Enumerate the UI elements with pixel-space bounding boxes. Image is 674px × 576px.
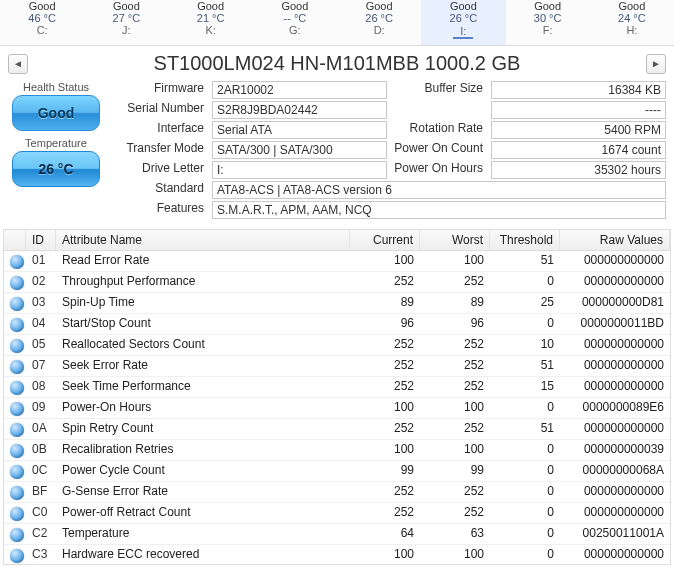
smart-row[interactable]: 07Seek Error Rate25225251000000000000 [4,356,670,377]
drive-item-F[interactable]: Good30 °CF: [506,0,590,45]
smart-id: 04 [26,314,56,334]
drive-letter: F: [508,24,588,36]
smart-threshold: 51 [490,356,560,376]
smart-threshold: 0 [490,524,560,544]
field-value: 16384 KB [491,81,666,99]
smart-row[interactable]: 08Seek Time Performance25225215000000000… [4,377,670,398]
col-worst[interactable]: Worst [420,230,490,250]
col-current[interactable]: Current [350,230,420,250]
smart-attribute-name: Seek Time Performance [56,377,350,397]
status-orb-icon [4,545,26,565]
drive-item-H[interactable]: Good24 °CH: [590,0,674,45]
drive-letter: C: [2,24,82,36]
smart-attribute-name: Power Cycle Count [56,461,350,481]
smart-current: 252 [350,356,420,376]
smart-row[interactable]: 05Reallocated Sectors Count2522521000000… [4,335,670,356]
drive-status: Good [86,0,166,12]
smart-raw: 0000000011BD [560,314,670,334]
drive-status: Good [592,0,672,12]
col-id[interactable]: ID [26,230,56,250]
drive-item-K[interactable]: Good21 °CK: [169,0,253,45]
drive-letter: H: [592,24,672,36]
smart-header: ID Attribute Name Current Worst Threshol… [4,230,670,251]
health-badge[interactable]: Good [12,95,100,131]
smart-worst: 252 [420,377,490,397]
field-label: Transfer Mode [112,141,208,159]
smart-id: 0A [26,419,56,439]
col-name[interactable]: Attribute Name [56,230,350,250]
smart-id: 05 [26,335,56,355]
drive-item-D[interactable]: Good26 °CD: [337,0,421,45]
drive-item-C[interactable]: Good46 °CC: [0,0,84,45]
drive-item-J[interactable]: Good27 °CJ: [84,0,168,45]
smart-row[interactable]: 01Read Error Rate10010051000000000000 [4,251,670,272]
smart-id: C2 [26,524,56,544]
smart-worst: 252 [420,272,490,292]
col-raw[interactable]: Raw Values [560,230,670,250]
smart-current: 100 [350,440,420,460]
drive-title: ST1000LM024 HN-M101MBB 1000.2 GB [28,52,646,75]
prev-drive-button[interactable]: ◄ [8,54,28,74]
smart-row[interactable]: C3Hardware ECC recovered1001000000000000… [4,545,670,565]
smart-row[interactable]: BFG-Sense Error Rate2522520000000000000 [4,482,670,503]
field-value: S2R8J9BDA02442 [212,101,387,119]
smart-worst: 63 [420,524,490,544]
status-orb-icon [4,503,26,523]
drive-status: Good [508,0,588,12]
drive-temp: 26 °C [423,12,503,24]
smart-row[interactable]: 0BRecalibration Retries10010000000000000… [4,440,670,461]
smart-current: 100 [350,398,420,418]
temperature-value: 26 °C [38,161,73,177]
smart-row[interactable]: 09Power-On Hours10010000000000089E6 [4,398,670,419]
smart-current: 252 [350,335,420,355]
field-value: 2AR10002 [212,81,387,99]
smart-threshold: 10 [490,335,560,355]
smart-current: 252 [350,482,420,502]
smart-threshold: 0 [490,440,560,460]
smart-raw: 000000000000 [560,377,670,397]
smart-current: 252 [350,503,420,523]
smart-attribute-name: Seek Error Rate [56,356,350,376]
smart-row[interactable]: 0CPower Cycle Count9999000000000068A [4,461,670,482]
smart-current: 252 [350,377,420,397]
smart-row[interactable]: 0ASpin Retry Count25225251000000000000 [4,419,670,440]
temperature-badge[interactable]: 26 °C [12,151,100,187]
smart-row[interactable]: 03Spin-Up Time898925000000000D81 [4,293,670,314]
smart-id: 02 [26,272,56,292]
smart-raw: 000000000000 [560,419,670,439]
status-orb-icon [4,293,26,313]
field-label: Standard [112,181,208,199]
status-orb-icon [4,251,26,271]
next-drive-button[interactable]: ► [646,54,666,74]
field-label: Features [112,201,208,219]
smart-worst: 100 [420,251,490,271]
smart-current: 96 [350,314,420,334]
field-label [391,101,487,119]
smart-table[interactable]: ID Attribute Name Current Worst Threshol… [3,229,671,565]
smart-raw: 000000000000 [560,482,670,502]
drive-item-I[interactable]: Good26 °CI: [421,0,505,45]
field-value: 5400 RPM [491,121,666,139]
field-value: 35302 hours [491,161,666,179]
smart-row[interactable]: 04Start/Stop Count969600000000011BD [4,314,670,335]
smart-raw: 00000000068A [560,461,670,481]
smart-attribute-name: G-Sense Error Rate [56,482,350,502]
drive-status: Good [171,0,251,12]
smart-row[interactable]: 02Throughput Performance2522520000000000… [4,272,670,293]
smart-row[interactable]: C2Temperature6463000250011001A [4,524,670,545]
field-label: Rotation Rate [391,121,487,139]
smart-worst: 100 [420,398,490,418]
status-orb-icon [4,398,26,418]
smart-current: 252 [350,419,420,439]
smart-id: C3 [26,545,56,565]
smart-worst: 99 [420,461,490,481]
smart-row[interactable]: C0Power-off Retract Count252252000000000… [4,503,670,524]
status-orb-icon [4,419,26,439]
col-threshold[interactable]: Threshold [490,230,560,250]
drive-temp: 26 °C [339,12,419,24]
status-orb-icon [4,356,26,376]
field-value: ---- [491,101,666,119]
drive-item-G[interactable]: Good-- °CG: [253,0,337,45]
smart-id: 0C [26,461,56,481]
drive-temp: 46 °C [2,12,82,24]
